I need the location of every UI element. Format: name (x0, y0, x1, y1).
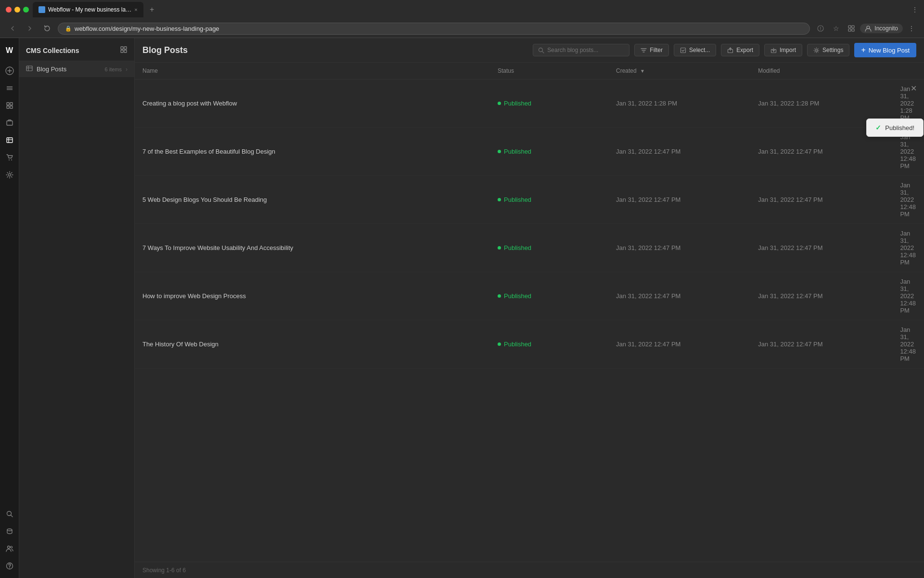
layers-icon[interactable] (2, 80, 17, 96)
cell-status: Published (490, 176, 608, 224)
new-post-btn[interactable]: + New Blog Post (854, 43, 916, 57)
select-btn[interactable]: Select... (674, 44, 716, 56)
help-icon[interactable] (2, 558, 17, 574)
svg-point-23 (11, 159, 12, 160)
address-bar[interactable]: 🔒 webflow.com/design/my-new-business-lan… (58, 23, 810, 35)
database-icon[interactable] (2, 524, 17, 539)
svg-rect-3 (848, 26, 851, 28)
table-row[interactable]: 5 Web Design Blogs You Should Be Reading… (135, 176, 924, 224)
cell-modified: Jan 31, 2022 12:47 PM (750, 224, 892, 272)
cell-name: 5 Web Design Blogs You Should Be Reading (135, 176, 490, 224)
cell-name: How to improve Web Design Process (135, 272, 490, 320)
table-row[interactable]: 7 of the Best Examples of Beautiful Blog… (135, 128, 924, 176)
export-btn[interactable]: Export (721, 44, 759, 56)
filter-btn[interactable]: Filter (634, 44, 669, 56)
col-status: Status (490, 63, 608, 79)
col-created[interactable]: Created ▼ (608, 63, 750, 79)
refresh-btn[interactable] (40, 22, 54, 35)
bookmark-icon[interactable]: ☆ (829, 22, 843, 35)
extensions-disabled-icon[interactable] (814, 22, 827, 35)
import-btn[interactable]: Import (764, 44, 802, 56)
minimize-traffic-light[interactable] (14, 7, 20, 13)
app-close-btn[interactable]: ✕ (907, 81, 920, 95)
back-btn[interactable] (6, 22, 19, 35)
tab-close-btn[interactable]: × (134, 7, 137, 13)
search-box[interactable] (533, 44, 629, 56)
search-bottom-icon[interactable] (2, 506, 17, 522)
cell-created: Jan 31, 2022 1:28 PM (608, 79, 750, 128)
incognito-label: Incognito (874, 25, 898, 32)
table-row[interactable]: The History Of Web Design Published Jan … (135, 320, 924, 368)
cell-extra: Jan 31, 2022 12:48 PM (892, 176, 924, 224)
status-dot (498, 198, 501, 201)
search-input[interactable] (547, 47, 624, 53)
svg-point-22 (9, 159, 10, 160)
cell-status: Published (490, 128, 608, 176)
browser-tabs: Webflow - My new business la… × + (33, 2, 908, 17)
main-content: Blog Posts Filter Select... Export Impor… (135, 38, 924, 578)
page-title: Blog Posts (142, 45, 188, 55)
close-traffic-light[interactable] (6, 7, 12, 13)
ecommerce-icon[interactable] (2, 150, 17, 165)
svg-point-2 (820, 29, 821, 30)
new-tab-btn[interactable]: + (145, 3, 159, 16)
select-icon (680, 47, 686, 53)
published-label: Published! (885, 124, 914, 131)
cms-sidebar-header: CMS Collections (19, 38, 134, 61)
svg-rect-15 (10, 103, 13, 105)
browser-chrome: Webflow - My new business la… × + ⋮ 🔒 we… (0, 0, 924, 38)
browser-more-btn[interactable]: ⋮ (905, 22, 918, 35)
svg-point-24 (8, 174, 11, 176)
svg-rect-36 (26, 66, 32, 71)
svg-rect-33 (124, 47, 127, 49)
cell-extra: Jan 31, 2022 12:48 PM (892, 320, 924, 368)
sort-arrow: ▼ (640, 68, 645, 74)
logo-icon[interactable]: W (2, 43, 17, 58)
collection-name: Blog Posts (37, 66, 101, 73)
users-icon[interactable] (2, 541, 17, 556)
settings-btn[interactable]: Settings (807, 44, 849, 56)
svg-line-26 (11, 515, 13, 517)
status-dot (498, 150, 501, 153)
tab-favicon (38, 6, 45, 13)
components-icon[interactable] (2, 98, 17, 113)
svg-rect-18 (7, 121, 13, 125)
extension-puzzle-icon[interactable] (845, 22, 858, 35)
table-container: Name Status Created ▼ Modified (135, 63, 924, 562)
new-post-plus-icon: + (861, 46, 865, 54)
table-row[interactable]: Creating a blog post with Webflow Publis… (135, 79, 924, 128)
collection-count: 6 items (105, 66, 122, 72)
active-tab[interactable]: Webflow - My new business la… × (33, 2, 143, 17)
add-icon[interactable] (2, 63, 17, 79)
table-row[interactable]: 7 Ways To Improve Website Usability And … (135, 224, 924, 272)
svg-rect-17 (10, 106, 13, 108)
table-footer: Showing 1-6 of 6 (135, 562, 924, 578)
cell-extra: Jan 31, 2022 12:48 PM (892, 224, 924, 272)
svg-rect-34 (121, 50, 123, 53)
cms-grid-icon[interactable] (120, 46, 128, 55)
window-more-icon[interactable]: ⋮ (911, 6, 918, 13)
svg-rect-35 (124, 50, 127, 53)
account-btn[interactable]: Incognito (860, 24, 903, 33)
content-topbar: Blog Posts Filter Select... Export Impor… (135, 38, 924, 63)
status-dot (498, 102, 501, 105)
svg-rect-19 (7, 138, 13, 143)
settings-icon[interactable] (2, 167, 17, 183)
forward-btn[interactable] (23, 22, 37, 35)
svg-rect-32 (121, 47, 123, 49)
cms-collection-item-blog-posts[interactable]: Blog Posts 6 items › (19, 61, 134, 77)
status-text: Published (504, 244, 531, 251)
cell-name: 7 of the Best Examples of Beautiful Blog… (135, 128, 490, 176)
assets-icon[interactable] (2, 115, 17, 131)
status-text: Published (504, 148, 531, 155)
col-modified[interactable]: Modified (750, 63, 892, 79)
cms-icon[interactable] (2, 132, 17, 148)
table-row[interactable]: How to improve Web Design Process Publis… (135, 272, 924, 320)
maximize-traffic-light[interactable] (23, 7, 29, 13)
svg-rect-16 (7, 106, 9, 108)
settings-topbar-icon (813, 47, 820, 53)
export-icon (727, 47, 733, 53)
new-post-label: New Blog Post (869, 47, 910, 54)
col-name[interactable]: Name (135, 63, 490, 79)
col-extra (892, 63, 924, 79)
